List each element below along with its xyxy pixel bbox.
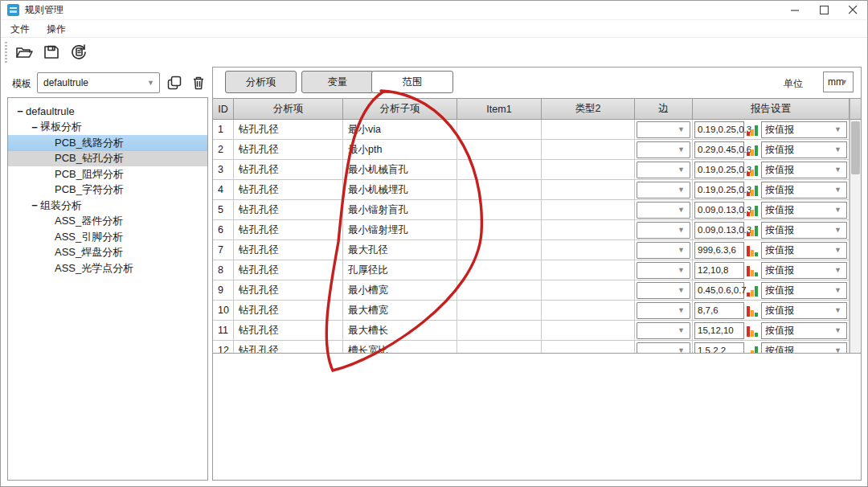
tree-item[interactable]: PCB_阻焊分析 [8, 166, 207, 182]
edge-dropdown[interactable]: ▼ [637, 322, 690, 339]
cell-report-settings: 1.5,2,2按值报▼ [693, 341, 850, 354]
report-mode-dropdown[interactable]: 按值报▼ [761, 302, 847, 319]
tree-item[interactable]: ASS_引脚分析 [8, 229, 207, 245]
report-mode-dropdown[interactable]: 按值报▼ [761, 242, 847, 259]
app-window: 规则管理 文件操作 [0, 0, 868, 487]
minimize-button[interactable] [780, 1, 809, 20]
table-row[interactable]: 10钻孔孔径最大槽宽▼8,7,6按值报▼ [213, 301, 861, 321]
report-range-input[interactable]: 0.09,0.13,0.3 [694, 222, 744, 239]
table-row[interactable]: 11钻孔孔径最大槽长▼15,12,10按值报▼ [213, 321, 861, 341]
report-range-input[interactable]: 0.19,0.25,0.3 [694, 162, 744, 178]
refresh-button[interactable] [67, 41, 91, 63]
edge-dropdown[interactable]: ▼ [637, 282, 690, 299]
report-mode-dropdown[interactable]: 按值报▼ [761, 322, 847, 339]
tree-item[interactable]: ASS_器件分析 [8, 214, 207, 230]
copy-template-button[interactable] [165, 73, 184, 92]
cell-report-settings: 0.09,0.13,0.3按值报▼ [693, 200, 850, 220]
tree-item[interactable]: PCB_字符分析 [8, 182, 207, 198]
table-header-cell: ID [213, 99, 234, 120]
report-mode-dropdown[interactable]: 按值报▼ [761, 342, 847, 354]
edge-dropdown[interactable]: ▼ [637, 182, 690, 198]
collapse-toggle-icon[interactable]: − [29, 121, 40, 133]
report-mode-dropdown[interactable]: 按值报▼ [761, 182, 847, 198]
maximize-button[interactable] [809, 1, 838, 20]
edge-dropdown[interactable]: ▼ [637, 262, 690, 279]
cell-analysis-sub-item: 最小机械盲孔 [343, 160, 457, 180]
report-mode-dropdown[interactable]: 按值报▼ [761, 282, 847, 299]
table-row[interactable]: 5钻孔孔径最小镭射盲孔▼0.09,0.13,0.3按值报▼ [213, 200, 861, 220]
cell-item1 [457, 341, 542, 354]
report-range-input[interactable]: 0.19,0.25,0.3 [694, 182, 744, 198]
table-row[interactable]: 4钻孔孔径最小机械埋孔▼0.19,0.25,0.3按值报▼ [213, 180, 861, 200]
edge-dropdown[interactable]: ▼ [637, 202, 690, 219]
report-range-input[interactable]: 0.19,0.25,0.3 [694, 121, 744, 138]
report-mode-dropdown[interactable]: 按值报▼ [761, 262, 847, 279]
report-range-input[interactable]: 1.5,2,2 [694, 342, 744, 354]
cell-report-settings: 0.45,0.6,0.7按值报▼ [693, 280, 850, 301]
report-range-input[interactable]: 8,7,6 [694, 302, 744, 319]
menu-item[interactable]: 文件 [3, 21, 37, 38]
tree-item[interactable]: PCB_钻孔分析 [8, 151, 207, 167]
cell-report-settings: 0.29,0.45,0.6按值报▼ [693, 140, 850, 160]
tree-item[interactable]: ASS_光学点分析 [8, 260, 207, 276]
report-mode-dropdown[interactable]: 按值报▼ [761, 141, 847, 158]
edge-dropdown[interactable]: ▼ [637, 302, 690, 319]
tab-range[interactable]: 范围 [371, 71, 453, 93]
cell-analysis-sub-item: 最大槽长 [343, 321, 457, 341]
tree-item[interactable]: ASS_焊盘分析 [8, 245, 207, 261]
report-mode-dropdown[interactable]: 按值报▼ [761, 121, 847, 138]
report-range-input[interactable]: 0.09,0.13,0.3 [694, 202, 744, 219]
cell-edge: ▼ [635, 240, 693, 260]
table-row[interactable]: 6钻孔孔径最小镭射埋孔▼0.09,0.13,0.3按值报▼ [213, 220, 861, 240]
cell-item1 [457, 260, 542, 280]
report-mode-dropdown[interactable]: 按值报▼ [761, 202, 847, 219]
edge-dropdown[interactable]: ▼ [637, 342, 690, 354]
table-row[interactable]: 3钻孔孔径最小机械盲孔▼0.19,0.25,0.3按值报▼ [213, 160, 861, 180]
report-mode-dropdown[interactable]: 按值报▼ [761, 162, 847, 178]
cell-id: 7 [213, 240, 234, 260]
tab-variable[interactable]: 变量 [301, 71, 374, 93]
unit-dropdown[interactable]: mm ▼ [823, 72, 854, 92]
table-row[interactable]: 1钻孔孔径最小via▼0.19,0.25,0.3按值报▼ [213, 120, 861, 140]
tree-item[interactable]: −组装分析 [8, 198, 207, 214]
report-mode-dropdown[interactable]: 按值报▼ [761, 222, 847, 239]
template-dropdown[interactable]: defaultrule ▼ [37, 72, 160, 93]
open-file-button[interactable] [12, 41, 36, 63]
report-range-input[interactable]: 999,6.3,6 [694, 242, 744, 259]
menubar: 文件操作 [1, 21, 867, 38]
table-row[interactable]: 9钻孔孔径最小槽宽▼0.45,0.6,0.7按值报▼ [213, 280, 861, 301]
report-range-input[interactable]: 15,12,10 [694, 322, 744, 339]
menu-item[interactable]: 操作 [39, 21, 73, 38]
cell-type2 [542, 140, 635, 160]
edge-dropdown[interactable]: ▼ [637, 162, 690, 178]
edge-dropdown[interactable]: ▼ [637, 222, 690, 239]
edge-dropdown[interactable]: ▼ [637, 242, 690, 259]
tree-item[interactable]: −defaultrule [8, 104, 207, 120]
chevron-down-icon: ▼ [834, 347, 841, 354]
report-range-input[interactable]: 0.29,0.45,0.6 [694, 141, 744, 158]
save-button[interactable] [39, 41, 63, 63]
collapse-toggle-icon[interactable]: − [29, 199, 40, 211]
tab-analysis-item[interactable]: 分析项 [225, 71, 297, 93]
table-header-cell: 类型2 [542, 99, 635, 120]
toolbar-gripper[interactable] [5, 42, 7, 63]
report-range-input[interactable]: 0.45,0.6,0.7 [694, 282, 744, 299]
edge-dropdown[interactable]: ▼ [637, 141, 690, 158]
scrollbar-thumb[interactable] [851, 121, 860, 174]
report-range-input[interactable]: 12,10,8 [694, 262, 744, 279]
table-row[interactable]: 12钻孔孔径槽长宽比▼1.5,2,2按值报▼ [213, 341, 861, 354]
cell-analysis-item: 钻孔孔径 [234, 160, 343, 180]
table-row[interactable]: 8钻孔孔径孔厚径比▼12,10,8按值报▼ [213, 260, 861, 280]
cell-type2 [542, 301, 635, 321]
edge-dropdown[interactable]: ▼ [637, 121, 690, 138]
table-row[interactable]: 2钻孔孔径最小pth▼0.29,0.45,0.6按值报▼ [213, 140, 861, 160]
delete-template-button[interactable] [189, 73, 208, 92]
collapse-toggle-icon[interactable]: − [14, 105, 26, 117]
cell-report-settings: 0.19,0.25,0.3按值报▼ [693, 180, 850, 200]
tree-item[interactable]: PCB_线路分析 [8, 135, 207, 151]
cell-analysis-sub-item: 槽长宽比 [343, 341, 457, 354]
table-scrollbar[interactable] [850, 99, 861, 354]
close-button[interactable] [838, 1, 867, 20]
table-row[interactable]: 7钻孔孔径最大孔径▼999,6.3,6按值报▼ [213, 240, 861, 260]
tree-item[interactable]: −裸板分析 [8, 120, 207, 136]
